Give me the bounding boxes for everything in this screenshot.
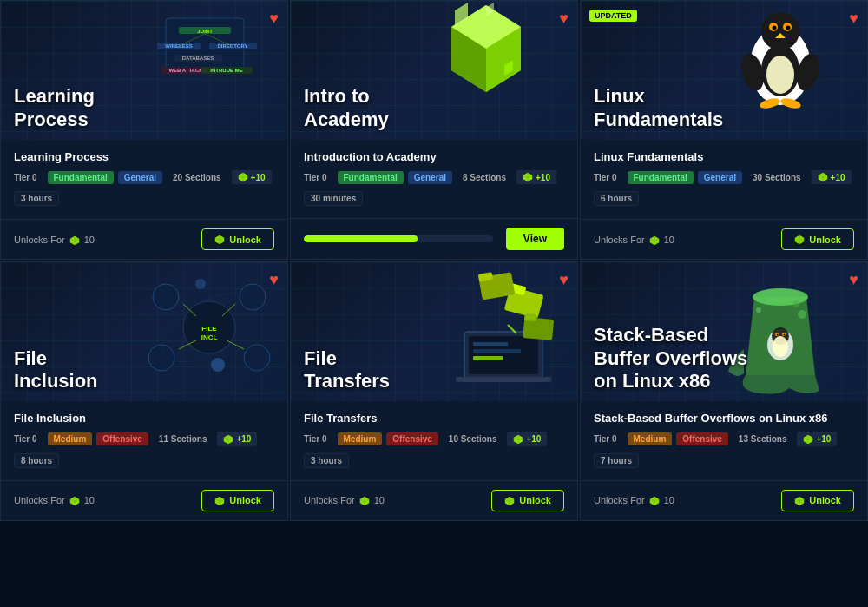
svg-rect-70 [524, 313, 537, 321]
favorite-heart-icon[interactable]: ♥ [269, 271, 279, 289]
tag-tier: Tier 0 [14, 432, 43, 445]
favorite-heart-icon[interactable]: ♥ [559, 271, 569, 289]
lock-icon [504, 495, 515, 506]
course-card-intro-to-academy: ♥ Intro toAcademy Introduction to Academ… [290, 0, 578, 260]
card-footer-linux-fundamentals: Unlocks For 10 Unlock [581, 219, 867, 259]
card-course-name: File Transfers [304, 412, 564, 425]
card-tags: Tier 0 Fundamental General 8 Sections +1… [304, 170, 564, 184]
card-footer-intro-to-academy: View [291, 218, 577, 259]
card-time-tags: 8 hours [14, 452, 274, 468]
favorite-heart-icon[interactable]: ♥ [849, 271, 858, 289]
card-footer-learning-process: Unlocks For 10 Unlock [1, 219, 287, 259]
tag-tier: Tier 0 [594, 171, 623, 184]
card-course-name: Linux Fundamentals [594, 150, 854, 163]
svg-point-38 [766, 56, 794, 94]
card-body-file-transfers: File Transfers Tier 0 Medium Offensive 1… [291, 401, 577, 479]
card-footer-file-inclusion: Unlocks For 10 Unlock [1, 480, 287, 520]
tag-sections: 30 Sections [746, 171, 807, 184]
favorite-heart-icon[interactable]: ♥ [269, 10, 279, 28]
card-time-tags: 30 minutes [304, 189, 564, 206]
lock-icon [214, 234, 225, 245]
unlock-button[interactable]: Unlock [201, 490, 274, 511]
svg-point-55 [195, 279, 206, 289]
svg-point-81 [773, 336, 788, 357]
svg-point-32 [786, 26, 791, 30]
tag-difficulty: Fundamental [48, 171, 114, 184]
svg-point-84 [792, 300, 799, 307]
cube-icon-points [818, 172, 828, 182]
tag-sections: 8 Sections [457, 171, 512, 184]
tag-points: +10 [812, 170, 852, 184]
course-card-file-inclusion: ♥ FILE INCL FileInclusion File Inclusion [0, 261, 288, 520]
unlock-button[interactable]: Unlock [781, 490, 854, 511]
module-grid: ♥ JOINT WIRELESS DIRECTORY DATABASES WEB… [0, 0, 868, 521]
cube-icon-small [649, 494, 660, 506]
tag-points: +10 [797, 432, 837, 445]
progress-bar [304, 235, 493, 242]
card-body-file-inclusion: File Inclusion Tier 0 Medium Offensive 1… [1, 401, 287, 479]
card-body-learning-process: Learning Process Tier 0 Fundamental Gene… [1, 140, 287, 219]
cube-icon-points [513, 433, 523, 444]
cube-icon-small [649, 234, 660, 246]
card-title-file-inclusion: FileInclusion [14, 347, 98, 393]
svg-rect-62 [473, 342, 508, 346]
tag-difficulty: Medium [628, 432, 673, 445]
card-course-name: Stack-Based Buffer Overflows on Linux x8… [594, 412, 854, 425]
card-time-tags: 6 hours [594, 189, 854, 206]
tag-difficulty: Medium [48, 432, 93, 445]
cube-icon-points [803, 433, 813, 444]
tag-sections: 20 Sections [167, 171, 227, 184]
tag-category: General [698, 171, 742, 184]
card-tags: Tier 0 Medium Offensive 13 Sections +10 [594, 432, 854, 445]
unlock-button[interactable]: Unlock [781, 228, 854, 250]
card-title-linux-fundamentals: LinuxFundamentals [594, 85, 723, 131]
svg-point-45 [148, 345, 174, 371]
card-tags: Tier 0 Medium Offensive 10 Sections +10 [304, 432, 564, 445]
svg-rect-64 [473, 356, 503, 360]
svg-point-44 [240, 284, 266, 310]
view-button[interactable]: View [506, 228, 564, 250]
tag-category: Offensive [386, 432, 438, 445]
favorite-heart-icon[interactable]: ♥ [849, 10, 858, 28]
updated-badge: UPDATED [589, 10, 637, 22]
card-footer-file-transfers: Unlocks For 10 Unlock [291, 480, 577, 520]
card-title-intro-to-academy: Intro toAcademy [304, 85, 389, 131]
svg-point-43 [153, 284, 179, 310]
lock-icon [214, 495, 225, 506]
svg-text:JOINT: JOINT [197, 29, 213, 34]
card-time-tags: 3 hours [304, 452, 564, 468]
cube-icon-points [223, 433, 233, 444]
illustration-file-transfers [430, 262, 577, 401]
illustration-file-inclusion: FILE INCL [140, 262, 287, 401]
card-image-file-inclusion: ♥ FILE INCL FileInclusion [1, 262, 287, 401]
favorite-heart-icon[interactable]: ♥ [559, 10, 569, 28]
unlock-button[interactable]: Unlock [201, 228, 274, 250]
svg-rect-63 [473, 349, 521, 353]
svg-rect-60 [456, 377, 551, 382]
tag-sections: 13 Sections [733, 432, 793, 445]
cube-icon-points [238, 172, 248, 182]
tag-time: 7 hours [594, 453, 639, 468]
tag-time: 30 minutes [304, 191, 363, 206]
unlocks-for-label: Unlocks For 10 [594, 494, 674, 506]
svg-text:DATABASES: DATABASES [182, 56, 214, 61]
svg-point-74 [753, 288, 808, 306]
course-card-file-transfers: ♥ FileTransfers [290, 261, 578, 520]
card-tags: Tier 0 Fundamental General 20 Sections +… [14, 170, 274, 184]
card-body-intro-to-academy: Introduction to Academy Tier 0 Fundament… [291, 140, 577, 218]
svg-text:FILE: FILE [201, 325, 217, 333]
tag-category: Offensive [96, 432, 148, 445]
card-image-learning-process: ♥ JOINT WIRELESS DIRECTORY DATABASES WEB… [1, 1, 287, 140]
progress-fill [304, 235, 418, 242]
tag-time: 8 hours [14, 453, 59, 468]
card-body-stack-buffer: Stack-Based Buffer Overflows on Linux x8… [581, 401, 867, 479]
card-time-tags: 7 hours [594, 452, 854, 468]
course-card-learning-process: ♥ JOINT WIRELESS DIRECTORY DATABASES WEB… [0, 0, 288, 260]
unlock-button[interactable]: Unlock [491, 490, 564, 511]
tag-category: General [408, 171, 452, 184]
card-course-name: Learning Process [14, 150, 274, 163]
svg-rect-61 [469, 336, 538, 374]
tag-time: 3 hours [14, 191, 59, 206]
tag-time: 6 hours [594, 191, 639, 206]
cube-icon-small [69, 494, 80, 506]
